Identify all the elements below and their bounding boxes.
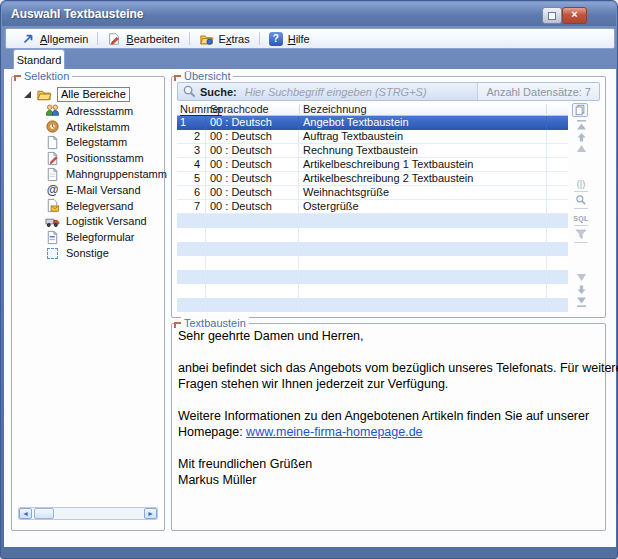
- window-title: Auswahl Textbausteine: [11, 7, 143, 21]
- last-icon: [576, 296, 587, 307]
- table-row[interactable]: 6 00 : Deutsch Weihnachtsgrüße: [177, 186, 568, 200]
- copy-icon: [574, 104, 586, 116]
- scroll-down-button[interactable]: [573, 273, 589, 282]
- groupbox-corner-mark: [174, 75, 181, 81]
- go-previous-button[interactable]: [573, 132, 589, 143]
- cell-sprachcode: 00 : Deutsch: [206, 116, 299, 129]
- cell-nummer: 7: [177, 200, 206, 213]
- tree-item-adressstamm[interactable]: Adressstamm: [45, 103, 167, 119]
- dashed-selection-icon: [47, 248, 58, 259]
- text-line: Mit freundlichen Grüßen: [178, 456, 599, 472]
- tree-item-sonstige[interactable]: Sonstige: [45, 245, 167, 261]
- selektion-groupbox: Selektion Alle Bereiche Adressstamm Arti…: [11, 76, 165, 531]
- navigator-separator: [574, 242, 588, 243]
- arrow-up-icon: [576, 132, 587, 143]
- close-button[interactable]: ×: [562, 7, 587, 24]
- scroll-left-button[interactable]: ◄: [19, 508, 32, 519]
- restore-button[interactable]: [542, 7, 562, 24]
- tree-item-belegversand[interactable]: Belegversand: [45, 198, 167, 214]
- go-last-button[interactable]: [573, 296, 589, 307]
- cell-nummer: 2: [177, 130, 206, 143]
- homepage-link[interactable]: www.meine-firma-homepage.de: [246, 425, 422, 439]
- email-at-icon: @: [45, 183, 60, 197]
- table-row[interactable]: 1 00 : Deutsch Angebot Textbaustein: [177, 116, 568, 130]
- blank-line: [178, 440, 599, 456]
- cell-spacer: [547, 158, 568, 171]
- tree-item-logistik-versand[interactable]: Logistik Versand: [45, 214, 167, 230]
- tree-item-label: Mahngruppenstamm: [66, 168, 167, 180]
- tree-item-label: Logistik Versand: [66, 215, 147, 227]
- cell-spacer: [547, 172, 568, 185]
- tree-item-label: Belegversand: [66, 200, 133, 212]
- table-row[interactable]: 3 00 : Deutsch Rechnung Textbaustein: [177, 144, 568, 158]
- tree-item-positionsstamm[interactable]: Positionsstamm: [45, 150, 167, 166]
- table-row[interactable]: 2 00 : Deutsch Auftrag Textbaustein: [177, 130, 568, 144]
- folder-open-icon: [36, 87, 52, 102]
- menu-label: Extras: [219, 33, 250, 45]
- magnifier-icon: [575, 194, 587, 206]
- tree-root-label: Alle Bereiche: [57, 87, 130, 102]
- edit-icon: [107, 32, 121, 46]
- menu-bearbeiten[interactable]: Bearbeiten: [98, 29, 188, 48]
- empty-row: [177, 298, 568, 312]
- title-bar: Auswahl Textbausteine ×: [2, 2, 616, 26]
- search-placeholder: Hier Suchbegriff eingeben (STRG+S): [245, 86, 478, 98]
- restore-icon: [548, 12, 556, 20]
- tree-item-label: Artikelstamm: [66, 121, 130, 133]
- table-search-button[interactable]: [573, 194, 589, 206]
- tree-item-artikelstamm[interactable]: Artikelstamm: [45, 119, 167, 135]
- search-input[interactable]: Suche: Hier Suchbegriff eingeben (STRG+S…: [177, 82, 600, 101]
- cell-spacer: [547, 186, 568, 199]
- tree-item-email-versand[interactable]: @ E-Mail Versand: [45, 182, 167, 198]
- empty-row: [177, 228, 568, 242]
- tree-item-belegstamm[interactable]: Belegstamm: [45, 135, 167, 151]
- cell-bezeichnung: Rechnung Textbaustein: [299, 144, 547, 157]
- search-icon: [182, 84, 197, 99]
- tab-standard[interactable]: Standard: [13, 49, 65, 70]
- people-icon: [45, 103, 60, 118]
- cell-spacer: [547, 144, 568, 157]
- tree-item-mahngruppenstamm[interactable]: Mahngruppenstamm: [45, 166, 167, 182]
- article-icon: [45, 119, 60, 134]
- empty-row: [177, 284, 568, 298]
- arrow-down-icon: [576, 284, 587, 295]
- tree-item-belegformular[interactable]: Belegformular: [45, 229, 167, 245]
- menu-extras[interactable]: Extras: [190, 29, 259, 48]
- scroll-right-button[interactable]: ►: [144, 508, 157, 519]
- scrollbar-thumb[interactable]: [34, 508, 54, 519]
- horizontal-scrollbar[interactable]: ◄ ►: [18, 507, 158, 520]
- cell-sprachcode: 00 : Deutsch: [206, 144, 299, 157]
- column-header-sprachcode[interactable]: Sprachcode: [210, 103, 269, 115]
- sql-button[interactable]: SQL: [573, 214, 589, 223]
- go-first-button[interactable]: [573, 120, 589, 131]
- cell-bezeichnung: Artikelbeschreibung 2 Textbaustein: [299, 172, 547, 185]
- scroll-up-button[interactable]: [573, 144, 589, 153]
- go-next-button[interactable]: [573, 284, 589, 295]
- copy-button[interactable]: [572, 103, 588, 117]
- tree-root-alle-bereiche[interactable]: Alle Bereiche: [24, 87, 130, 102]
- cell-spacer: [547, 200, 568, 213]
- truck-icon: [45, 214, 60, 229]
- textbaustein-groupbox: Textbaustein Sehr geehrte Damen und Herr…: [171, 323, 606, 531]
- cell-bezeichnung: Ostergrüße: [299, 200, 547, 213]
- empty-row: [177, 242, 568, 256]
- tree-item-label: Sonstige: [66, 247, 109, 259]
- navigator-separator: [574, 225, 588, 226]
- table-row[interactable]: 4 00 : Deutsch Artikelbeschreibung 1 Tex…: [177, 158, 568, 172]
- textbaustein-preview[interactable]: Sehr geehrte Damen und Herren, anbei bef…: [178, 328, 599, 488]
- menu-label: Allgemein: [40, 33, 88, 45]
- menu-hilfe[interactable]: ? Hilfe: [260, 29, 319, 48]
- text-line: anbei befindet sich das Angebots vom bez…: [178, 360, 599, 376]
- empty-row: [177, 214, 568, 228]
- table-header: Nummer Sprachcode Bezeichnung: [177, 103, 568, 116]
- table-row[interactable]: 5 00 : Deutsch Artikelbeschreibung 2 Tex…: [177, 172, 568, 186]
- menu-allgemein[interactable]: Allgemein: [12, 29, 97, 48]
- text-line: Markus Müller: [178, 472, 599, 488]
- column-header-bezeichnung[interactable]: Bezeichnung: [303, 103, 367, 115]
- filter-button[interactable]: [573, 228, 589, 240]
- tree-expanded-icon[interactable]: [24, 91, 31, 98]
- record-position-button[interactable]: (|): [573, 179, 589, 189]
- menu-bar: Allgemein Bearbeiten Extras ? Hilfe: [5, 28, 615, 49]
- table-row[interactable]: 7 00 : Deutsch Ostergrüße: [177, 200, 568, 214]
- cell-nummer: 5: [177, 172, 206, 185]
